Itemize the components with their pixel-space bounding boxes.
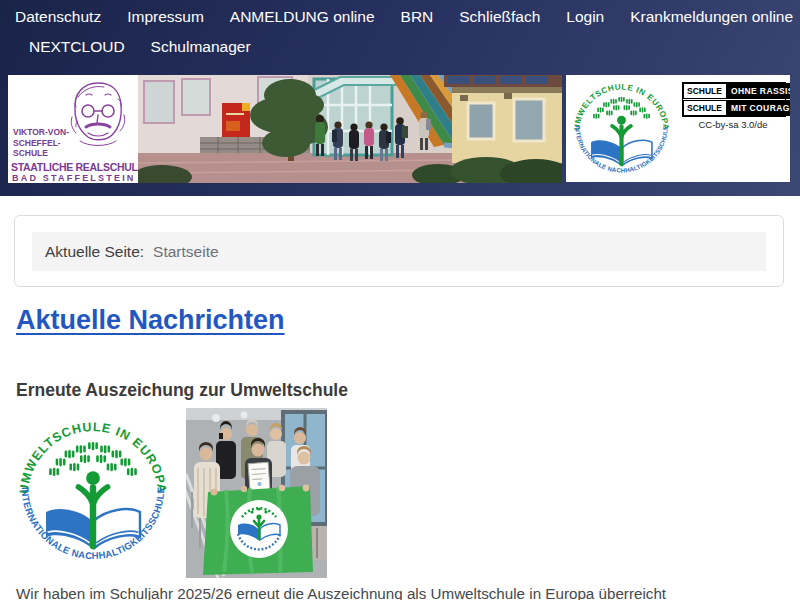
school-logo: VIKTOR-VON- SCHEFFEL- SCHULE STAATLICHE … bbox=[8, 75, 138, 183]
site-header: Datenschutz Impressum ANMELDUNG online B… bbox=[0, 0, 800, 196]
eco-schools-logo bbox=[569, 76, 674, 181]
nav-link-nextcloud[interactable]: NEXTCLOUD bbox=[16, 35, 138, 59]
nav-link-datenschutz[interactable]: Datenschutz bbox=[2, 5, 114, 29]
nav-link-krankmeldungen-online[interactable]: Krankmeldungen online bbox=[617, 5, 800, 29]
school-name-line3: SCHULE bbox=[13, 148, 69, 159]
nav-link-brn[interactable]: BRN bbox=[388, 5, 447, 29]
cc-license-label: CC-by-sa 3.0/de bbox=[682, 119, 784, 130]
breadcrumb-current-page: Startseite bbox=[153, 243, 218, 261]
sor-badge-row2: SCHULE MIT COURAGE bbox=[683, 99, 785, 116]
article-body-text: Wir haben im Schuljahr 2025/26 erneut di… bbox=[16, 584, 776, 600]
school-name: VIKTOR-VON- SCHEFFEL- SCHULE bbox=[13, 127, 69, 159]
breadcrumb-label: Aktuelle Seite: bbox=[45, 243, 144, 261]
section-title-link[interactable]: Aktuelle Nachrichten bbox=[16, 305, 285, 336]
nav-link-schulmanager[interactable]: Schulmanager bbox=[138, 35, 264, 59]
sor-row2-right: MIT COURAGE bbox=[727, 100, 790, 116]
main-nav-row-1: Datenschutz Impressum ANMELDUNG online B… bbox=[2, 5, 800, 29]
awards-box: SCHULE OHNE RASSISMUS SCHULE MIT COURAGE… bbox=[566, 75, 790, 182]
main-nav-row-2: NEXTCLOUD Schulmanager bbox=[16, 35, 264, 59]
sor-badge-row1: SCHULE OHNE RASSISMUS bbox=[683, 83, 785, 99]
nav-link-login[interactable]: Login bbox=[553, 5, 617, 29]
school-type-label: STAATLICHE REALSCHULE bbox=[11, 161, 138, 173]
students-flag-photo bbox=[186, 408, 327, 578]
breadcrumb-card: Aktuelle Seite: Startseite bbox=[14, 215, 784, 287]
sor-smc-badge: SCHULE OHNE RASSISMUS SCHULE MIT COURAGE bbox=[682, 82, 786, 117]
breadcrumb: Aktuelle Seite: Startseite bbox=[32, 232, 766, 271]
umweltschule-logo-image bbox=[12, 410, 174, 572]
page: Datenschutz Impressum ANMELDUNG online B… bbox=[0, 0, 800, 600]
school-name-line1: VIKTOR-VON- bbox=[13, 127, 69, 138]
nav-link-schliessfach[interactable]: Schließfach bbox=[446, 5, 553, 29]
school-location-label: BAD STAFFELSTEIN bbox=[12, 173, 136, 183]
school-name-line2: SCHEFFEL- bbox=[13, 138, 69, 149]
sor-row1-right: OHNE RASSISMUS bbox=[727, 83, 790, 99]
scheffel-portrait-illustration bbox=[58, 77, 138, 153]
nav-link-anmeldung-online[interactable]: ANMELDUNG online bbox=[217, 5, 388, 29]
article-title: Erneute Auszeichung zur Umweltschule bbox=[16, 380, 348, 401]
nav-link-impressum[interactable]: Impressum bbox=[114, 5, 217, 29]
sor-row2-left: SCHULE bbox=[683, 100, 727, 116]
sor-row1-left: SCHULE bbox=[683, 83, 727, 99]
school-building-photo bbox=[138, 75, 562, 183]
